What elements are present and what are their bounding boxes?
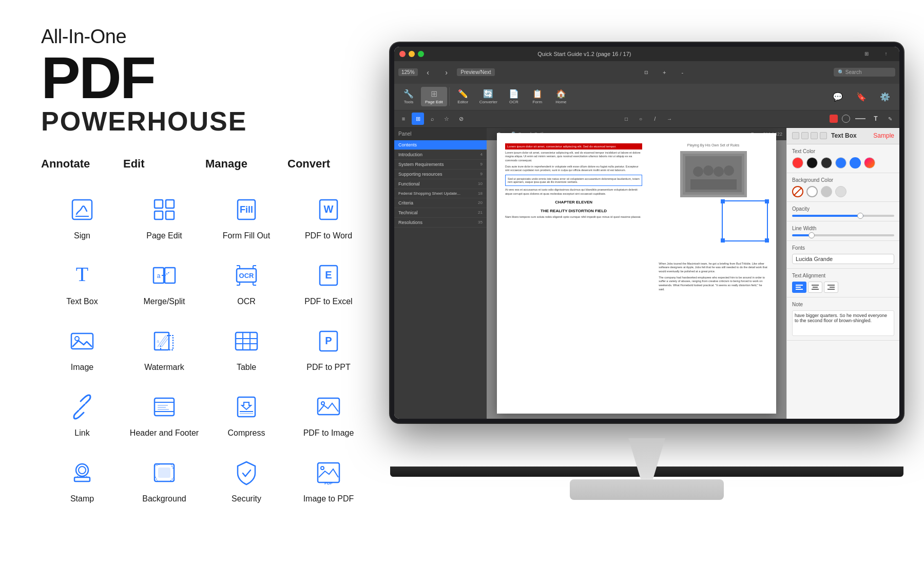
line-tool[interactable]: / [649,113,661,125]
feature-link[interactable]: Link [41,382,123,448]
text-tool[interactable]: T [870,113,882,125]
feature-ocr[interactable]: OCR OCR [205,251,287,316]
align-left-btn[interactable] [792,282,806,293]
swatch-red[interactable] [792,157,803,169]
feature-sign[interactable]: Sign [41,185,123,251]
feature-background[interactable]: Background [123,448,205,514]
swatch-blue[interactable] [835,157,846,169]
zoom-in-btn[interactable]: + [656,64,672,81]
toc-sysreq[interactable]: System Requirements9 [394,160,487,170]
feature-table[interactable]: Table [205,316,287,382]
toc-introduction[interactable]: Introduction4 [394,150,487,160]
fit-btn[interactable]: ⊡ [638,64,654,81]
color-red[interactable] [830,115,838,123]
editor-btn[interactable]: ✏️ Editor [452,87,474,106]
note-text[interactable]: have bigger quarters. So he moved everyo… [792,310,894,336]
swatch-stroke-red[interactable] [792,186,803,197]
color-picker[interactable] [842,115,850,123]
zoom-control[interactable]: 125% [398,68,418,76]
swatch-blue2[interactable] [850,157,861,169]
ocr-btn[interactable]: 📄 OCR [503,87,525,106]
toc-functional[interactable]: Functional10 [394,179,487,189]
bookmark-btn[interactable]: 🔖 [850,90,873,104]
cat-manage: Manage [205,157,287,171]
feature-pdftoword[interactable]: W PDF to Word [287,185,370,251]
align-center-btn[interactable] [808,282,822,293]
search-tb-btn[interactable]: ⌕ [426,113,438,125]
categories-row: Annotate Edit Manage Convert [41,157,339,171]
form-btn[interactable]: 📋 Form [526,87,549,106]
swatch-dark[interactable] [821,157,832,169]
rect-tool[interactable]: □ [620,113,632,125]
minimize-button[interactable] [409,51,415,57]
tools-btn[interactable]: 🔧 Tools [397,87,420,106]
formfillout-label: Form Fill Out [223,231,270,240]
feature-image[interactable]: Image [41,316,123,382]
background-icon [148,456,181,489]
settings-btn[interactable]: ⚙️ [874,90,896,104]
feature-headerfooter[interactable]: Header and Footer [123,382,205,448]
preview-btn[interactable]: Preview/Next [457,68,495,76]
arrow-tool[interactable]: → [663,113,676,125]
share-btn[interactable]: ↑ [878,47,894,62]
circle-tool[interactable]: ○ [634,113,647,125]
inspector-icon-4[interactable] [820,132,827,139]
swatch-gray[interactable] [821,186,832,197]
close-button[interactable] [399,51,406,57]
pdf-left-col: Lorem ipsum dolor sit amet, consectetur … [497,133,650,414]
page-display-btn[interactable]: ⊞ [858,47,875,62]
feature-watermark[interactable]: a Watermark [123,316,205,382]
feature-mergesplit[interactable]: a Merge/Split [123,251,205,316]
inspector-icon-1[interactable] [792,132,799,139]
bookmark-tb-btn[interactable]: ☆ [440,113,453,125]
svg-text:W: W [324,203,334,215]
linewidth-section: Line Width [787,221,899,241]
swatch-gradient[interactable] [864,157,875,169]
feature-pageedit[interactable]: Page Edit [123,185,205,251]
toc-federal[interactable]: Federal Shopping Sheet Update...18 [394,189,487,198]
feature-stamp[interactable]: Stamp [41,448,123,514]
toc-resolutions[interactable]: Resolutions35 [394,218,487,228]
feature-formfillout[interactable]: Fill Form Fill Out [205,185,287,251]
toc-contents[interactable]: Contents [394,140,487,150]
toc-criteria[interactable]: Criteria20 [394,198,487,208]
feature-security[interactable]: Security [205,448,287,514]
linewidth-slider[interactable] [792,234,894,236]
fullscreen-button[interactable] [418,51,424,57]
zoom-out-btn[interactable]: - [674,64,690,81]
toc-technical[interactable]: Technical21 [394,208,487,218]
pdftoword-label: PDF to Word [305,231,352,240]
feature-pdftoimage[interactable]: PDF to Image [287,382,370,448]
search-bar[interactable]: 🔍 Search [834,68,895,77]
toc-support[interactable]: Supporting resources9 [394,170,487,179]
inspector-icon-3[interactable] [811,132,818,139]
next-btn[interactable]: › [438,64,455,81]
thumb-view[interactable]: ⊞ [412,113,424,125]
converter-btn[interactable]: 🔄 Converter [475,87,502,106]
pen-tool[interactable]: ✎ [884,113,896,125]
swatch-black[interactable] [806,157,818,169]
home-btn[interactable]: 🏠 Home [550,87,572,106]
svg-point-76 [724,165,734,176]
comment-tb-btn[interactable]: ⊘ [455,113,467,125]
svg-point-73 [693,166,703,177]
feature-textbox[interactable]: T Text Box [41,251,123,316]
swatch-light[interactable] [835,186,846,197]
opacity-slider[interactable] [792,215,894,217]
swatch-white[interactable] [806,186,818,197]
prev-btn[interactable]: ‹ [420,64,436,81]
pdf-chapter: CHAPTER ELEVEN [505,200,642,204]
pageedit-btn[interactable]: ⊞ Page Edit [421,87,447,106]
feature-pdftoexcel[interactable]: E PDF to Excel [287,251,370,316]
comment-btn[interactable]: 💬 [826,90,849,104]
panel-toggle[interactable]: ≡ [397,113,410,125]
feature-pdftoppt[interactable]: P PDF to PPT [287,316,370,382]
svg-rect-11 [165,268,175,283]
main-pdf-area[interactable]: Lorem ipsum dolor sit amet, consectetur … [487,128,786,419]
align-right-btn[interactable] [824,282,838,293]
svg-point-69 [321,467,324,470]
feature-compress[interactable]: Compress [205,382,287,448]
feature-imagetopdf[interactable]: PDF Image to PDF [287,448,370,514]
font-select[interactable]: Lucida Grande [792,254,894,264]
inspector-icon-2[interactable] [801,132,808,139]
